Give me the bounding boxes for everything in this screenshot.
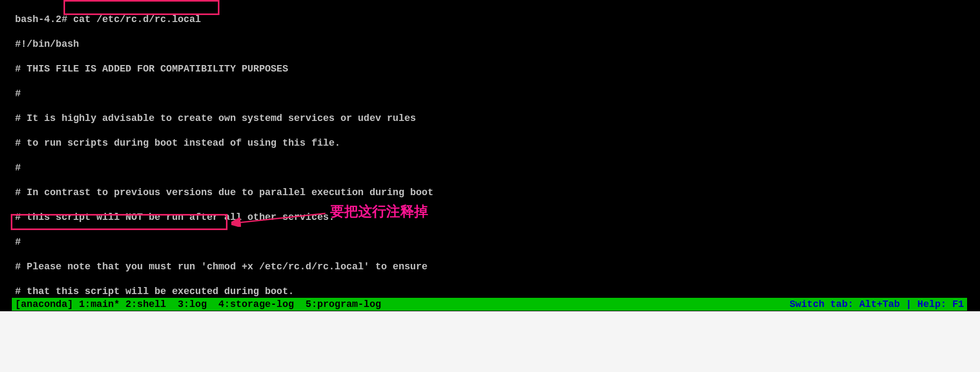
- prompt: bash-4.2#: [15, 14, 73, 25]
- annotation-text: 要把这行注释掉: [330, 202, 428, 221]
- output-line: # to run scripts during boot instead of …: [15, 137, 980, 149]
- output-line: #: [15, 162, 980, 174]
- status-bar-tabs[interactable]: [anaconda] 1:main* 2:shell 3:log 4:stora…: [15, 298, 790, 311]
- output-line: #: [15, 236, 980, 248]
- output-line: #!/bin/bash: [15, 38, 980, 51]
- output-line: # It is highly advisable to create own s…: [15, 112, 980, 125]
- output-line: # In contrast to previous versions due t…: [15, 187, 980, 199]
- tmux-status-bar[interactable]: [anaconda] 1:main* 2:shell 3:log 4:stora…: [12, 298, 967, 311]
- output-line: # Please note that you must run 'chmod +…: [15, 261, 980, 273]
- output-line: # that this script will be executed duri…: [15, 285, 980, 298]
- bottom-margin: [0, 311, 980, 372]
- output-line: # this script will NOT be run after all …: [15, 211, 980, 224]
- output-line: #: [15, 88, 980, 100]
- output-line: # THIS FILE IS ADDED FOR COMPATIBILITY P…: [15, 63, 980, 75]
- status-bar-help: Switch tab: Alt+Tab | Help: F1: [790, 298, 964, 311]
- command-text: cat /etc/rc.d/rc.local: [73, 14, 201, 25]
